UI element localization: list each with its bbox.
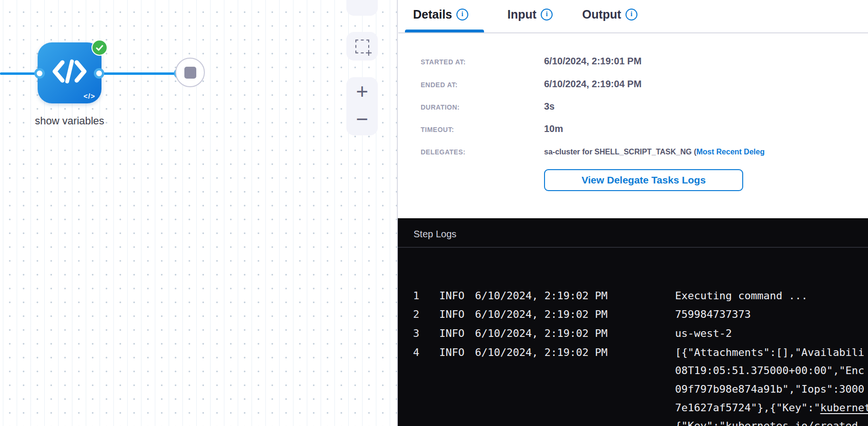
shell-script-mini-icon: </>	[83, 92, 95, 100]
log-text: 08T19:05:51.375000+00:00","Enc	[675, 365, 864, 376]
detail-label: TIMEOUT:	[421, 126, 544, 133]
log-line-number: 1	[413, 290, 419, 302]
step-logs-panel[interactable]: Step Logs 1INFO6/10/2024, 2:19:02 PMExec…	[398, 218, 868, 426]
log-level: INFO	[439, 327, 464, 339]
log-text: {"Key":"kubernetes.io/created	[675, 420, 858, 426]
pipeline-canvas[interactable]: </> show variables + −	[0, 0, 398, 426]
info-icon[interactable]: i	[626, 9, 637, 20]
marquee-select-button[interactable]	[346, 32, 378, 61]
log-level: INFO	[439, 346, 464, 358]
log-message: 08T19:05:51.375000+00:00","Enc	[675, 365, 864, 376]
delegates-value: sa-cluster for SHELL_SCRIPT_TASK_NG (	[544, 148, 696, 156]
edge-line-to-end	[102, 72, 175, 75]
log-message: {"Key":"kubernetes.io/created	[675, 420, 858, 426]
detail-row-timeout: TIMEOUT: 10m	[421, 123, 563, 134]
log-line: 3INFO6/10/2024, 2:19:02 PMus-west-2	[398, 327, 868, 342]
edge-line-incoming	[0, 72, 37, 75]
log-message: 09f797b98e874a91b","Iops":3000	[675, 383, 864, 395]
log-line: 4INFO6/10/2024, 2:19:02 PM[{"Attachments…	[398, 346, 868, 361]
log-text: 09f797b98e874a91b","Iops":3000	[675, 383, 864, 395]
tab-output-label: Output	[582, 8, 621, 21]
log-message: 7e1627af5724"},{"Key":"kubernet	[675, 402, 868, 414]
zoom-out-button[interactable]: −	[346, 109, 378, 130]
node-port-out	[94, 68, 104, 79]
log-line-number: 4	[413, 346, 419, 358]
log-line: 2INFO6/10/2024, 2:19:02 PM759984737373	[398, 308, 868, 323]
log-text: 759984737373	[675, 308, 751, 320]
log-line-number: 2	[413, 308, 419, 320]
detail-label: ENDED AT:	[421, 81, 544, 89]
tab-details[interactable]: Details i	[413, 6, 468, 22]
log-text: Executing command ...	[675, 290, 807, 302]
log-level: INFO	[439, 308, 464, 320]
log-line: 09f797b98e874a91b","Iops":3000	[398, 383, 868, 397]
detail-value: 6/10/2024, 2:19:01 PM	[544, 56, 642, 67]
detail-row-duration: DURATION: 3s	[421, 101, 555, 112]
log-line: 7e1627af5724"},{"Key":"kubernet	[398, 402, 868, 416]
tabs-bottom-border	[398, 32, 868, 33]
log-timestamp: 6/10/2024, 2:19:02 PM	[475, 290, 607, 302]
step-logs-title: Step Logs	[414, 229, 456, 240]
info-icon[interactable]: i	[541, 9, 553, 20]
log-line-number: 3	[413, 327, 419, 339]
detail-value: 10m	[544, 123, 563, 134]
log-timestamp: 6/10/2024, 2:19:02 PM	[475, 346, 607, 358]
log-text: [{"Attachments":[],"Availabili	[675, 346, 864, 358]
pipeline-end-node[interactable]	[175, 58, 205, 87]
log-timestamp: 6/10/2024, 2:19:02 PM	[475, 327, 607, 339]
tab-details-label: Details	[413, 8, 452, 21]
detail-row-started: STARTED AT: 6/10/2024, 2:19:01 PM	[421, 56, 642, 67]
detail-label: DELEGATES:	[421, 148, 544, 156]
log-message: [{"Attachments":[],"Availabili	[675, 346, 864, 358]
info-icon[interactable]: i	[456, 9, 468, 20]
log-message: us-west-2	[675, 327, 732, 339]
most-recent-delegate-link[interactable]: Most Recent Deleg	[696, 148, 765, 156]
view-delegate-tasks-logs-button[interactable]: View Delegate Tasks Logs	[544, 169, 743, 191]
detail-row-delegates: DELEGATES: sa-cluster for SHELL_SCRIPT_T…	[421, 148, 765, 156]
log-line: 1INFO6/10/2024, 2:19:02 PMExecuting comm…	[398, 290, 868, 304]
log-message: 759984737373	[675, 308, 751, 320]
log-level: INFO	[439, 290, 464, 302]
step-details-panel: Details i Input i Output i STARTED AT: 6…	[398, 0, 868, 218]
log-message: Executing command ...	[675, 290, 807, 302]
detail-row-ended: ENDED AT: 6/10/2024, 2:19:04 PM	[421, 79, 642, 90]
log-text: us-west-2	[675, 327, 732, 339]
detail-label: DURATION:	[421, 103, 544, 111]
tab-input-label: Input	[507, 8, 536, 21]
log-line: {"Key":"kubernetes.io/created	[398, 420, 868, 426]
log-link[interactable]: kubernet	[820, 402, 868, 414]
detail-value: 6/10/2024, 2:19:04 PM	[544, 79, 642, 90]
node-port-in	[34, 68, 45, 79]
tab-output[interactable]: Output i	[582, 6, 637, 22]
fit-view-button[interactable]	[346, 0, 378, 16]
step-node-show-variables[interactable]: </>	[38, 42, 101, 103]
log-timestamp: 6/10/2024, 2:19:02 PM	[475, 308, 607, 320]
stop-icon	[184, 67, 196, 79]
detail-value: 3s	[544, 101, 555, 112]
log-line: 08T19:05:51.375000+00:00","Enc	[398, 365, 868, 379]
logs-header-divider	[398, 247, 868, 248]
step-node-label: show variables	[12, 115, 127, 127]
zoom-in-button[interactable]: +	[346, 81, 378, 102]
code-icon	[51, 59, 88, 84]
marquee-select-icon	[355, 40, 369, 53]
tab-input[interactable]: Input i	[507, 6, 553, 22]
log-text: 7e1627af5724"},{"Key":"	[675, 402, 820, 414]
success-badge-icon	[91, 40, 108, 56]
zoom-controls: + −	[346, 77, 378, 135]
detail-label: STARTED AT:	[421, 58, 544, 66]
